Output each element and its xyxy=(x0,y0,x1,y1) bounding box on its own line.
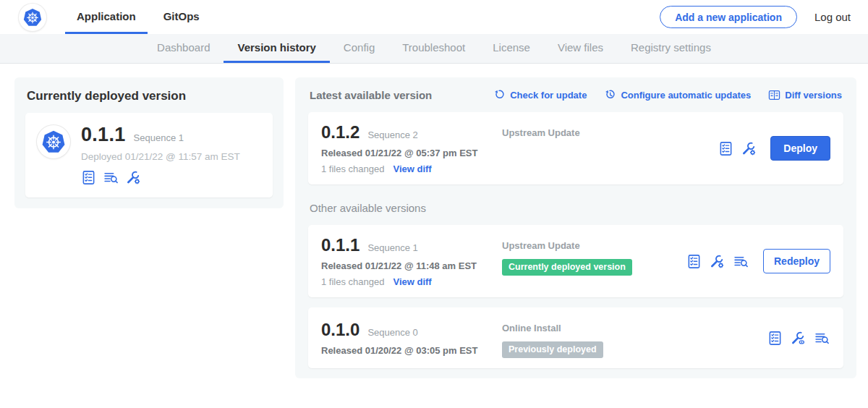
app-subnav: Dashboard Version history Config Trouble… xyxy=(0,34,868,64)
logout-link[interactable]: Log out xyxy=(814,11,851,23)
preflight-checklist-icon[interactable] xyxy=(81,170,96,185)
version-source: Upstream Update Currently deployed versi… xyxy=(502,235,686,287)
version-row-latest: 0.1.2 Sequence 2 Released 01/21/22 @ 05:… xyxy=(308,112,843,184)
check-for-update-link[interactable]: Check for update xyxy=(493,89,587,101)
preflight-checklist-icon[interactable] xyxy=(718,141,733,156)
deployed-version-card: 0.1.1 Sequence 1 Deployed 01/21/22 @ 11:… xyxy=(25,113,273,197)
deployed-sequence-label: Sequence 1 xyxy=(134,132,184,143)
kubernetes-app-icon xyxy=(37,125,70,158)
app-tabs: Application GitOps xyxy=(65,0,216,34)
check-for-update-label: Check for update xyxy=(510,90,587,101)
version-row-actions: Redeploy xyxy=(686,249,830,273)
version-number: 0.1.0 xyxy=(321,320,359,340)
files-changed-label: 1 files changed xyxy=(321,276,384,287)
version-row-0.1.1: 0.1.1 Sequence 1 Released 01/21/22 @ 11:… xyxy=(308,225,843,297)
deploy-button[interactable]: Deploy xyxy=(770,136,830,161)
version-row-0.1.0: 0.1.0 Sequence 0 Released 01/20/22 @ 03:… xyxy=(308,307,843,368)
configure-automatic-updates-label: Configure automatic updates xyxy=(621,90,751,101)
deployed-version-number: 0.1.1 xyxy=(81,124,126,146)
kots-admin-console: Application GitOps Add a new application… xyxy=(0,0,868,378)
deployed-actions xyxy=(81,170,240,185)
tab-dashboard-label: Dashboard xyxy=(157,41,210,54)
version-info: 0.1.2 Sequence 2 Released 01/21/22 @ 05:… xyxy=(321,122,502,174)
tab-version-history-label: Version history xyxy=(237,41,315,54)
sequence-label: Sequence 2 xyxy=(367,129,417,140)
versions-panel-header: Latest available version Check for updat… xyxy=(310,89,842,101)
source-label: Upstream Update xyxy=(502,127,718,138)
tab-config-label: Config xyxy=(344,41,375,54)
config-view-icon[interactable] xyxy=(791,331,806,346)
version-source: Upstream Update xyxy=(502,122,718,174)
released-timestamp: Released 01/21/22 @ 05:37 pm EST xyxy=(321,148,502,158)
view-diff-link[interactable]: View diff xyxy=(393,276,431,287)
deploy-logs-icon[interactable] xyxy=(733,254,749,269)
preflight-checklist-icon[interactable] xyxy=(686,254,702,269)
deploy-logs-icon[interactable] xyxy=(103,170,119,185)
released-timestamp: Released 01/21/22 @ 11:48 am EST xyxy=(321,260,502,271)
deployed-version-info: 0.1.1 Sequence 1 Deployed 01/21/22 @ 11:… xyxy=(81,124,240,185)
source-label: Upstream Update xyxy=(502,240,686,251)
scheduled-update-icon xyxy=(604,89,616,101)
tab-application-label: Application xyxy=(77,10,136,22)
currently-deployed-panel: Currently deployed version 0.1.1 Sequenc… xyxy=(14,77,284,208)
preflight-checklist-icon[interactable] xyxy=(767,331,783,346)
tab-license[interactable]: License xyxy=(479,34,544,63)
main-content: Currently deployed version 0.1.1 Sequenc… xyxy=(0,64,868,378)
diff-versions-link[interactable]: Diff versions xyxy=(768,89,842,101)
deployed-panel-title: Currently deployed version xyxy=(27,89,273,103)
tab-license-label: License xyxy=(493,41,530,54)
tab-registry-settings-label: Registry settings xyxy=(631,41,711,54)
currently-deployed-badge: Currently deployed version xyxy=(502,259,632,276)
latest-available-title: Latest available version xyxy=(310,89,432,101)
tab-gitops[interactable]: GitOps xyxy=(152,0,211,34)
files-changed-label: 1 files changed xyxy=(321,163,384,174)
version-row-actions: Deploy xyxy=(718,136,830,161)
tab-gitops-label: GitOps xyxy=(163,10,200,22)
diff-icon xyxy=(768,89,780,101)
redeploy-button[interactable]: Redeploy xyxy=(763,249,830,273)
diff-versions-label: Diff versions xyxy=(785,90,842,101)
tab-view-files[interactable]: View files xyxy=(544,34,617,63)
view-diff-link[interactable]: View diff xyxy=(393,163,431,174)
released-timestamp: Released 01/20/22 @ 03:05 pm EST xyxy=(321,345,502,356)
version-row-actions xyxy=(767,331,830,346)
tab-view-files-label: View files xyxy=(558,41,603,54)
sequence-label: Sequence 1 xyxy=(367,242,417,253)
sequence-label: Sequence 0 xyxy=(367,327,417,338)
tab-application[interactable]: Application xyxy=(65,0,148,34)
config-wrench-icon[interactable] xyxy=(126,170,141,185)
refresh-icon xyxy=(493,89,506,101)
config-wrench-icon[interactable] xyxy=(710,254,725,269)
app-header: Application GitOps Add a new application… xyxy=(0,0,868,34)
tab-troubleshoot[interactable]: Troubleshoot xyxy=(388,34,479,63)
config-wrench-icon[interactable] xyxy=(741,141,757,156)
version-source: Online Install Previously deployed xyxy=(502,318,767,358)
previously-deployed-badge: Previously deployed xyxy=(502,341,603,358)
tab-dashboard[interactable]: Dashboard xyxy=(143,34,224,63)
tab-version-history[interactable]: Version history xyxy=(224,34,329,63)
source-label: Online Install xyxy=(502,323,767,333)
deployed-timestamp: Deployed 01/21/22 @ 11:57 am EST xyxy=(81,151,240,162)
version-number: 0.1.2 xyxy=(321,122,359,143)
version-info: 0.1.0 Sequence 0 Released 01/20/22 @ 03:… xyxy=(321,320,502,356)
header-right: Add a new application Log out xyxy=(660,0,851,34)
deploy-logs-icon[interactable] xyxy=(814,331,830,346)
tab-registry-settings[interactable]: Registry settings xyxy=(617,34,725,63)
configure-automatic-updates-link[interactable]: Configure automatic updates xyxy=(604,89,751,101)
version-history-panel: Latest available version Check for updat… xyxy=(295,77,856,378)
version-number: 0.1.1 xyxy=(321,235,359,255)
kubernetes-logo-icon xyxy=(19,4,46,31)
version-actions: Check for update Configure automatic upd… xyxy=(493,89,842,101)
other-versions-title: Other available versions xyxy=(310,202,842,214)
tab-troubleshoot-label: Troubleshoot xyxy=(402,41,465,54)
tab-config[interactable]: Config xyxy=(330,34,388,63)
add-application-button[interactable]: Add a new application xyxy=(660,6,797,28)
version-info: 0.1.1 Sequence 1 Released 01/21/22 @ 11:… xyxy=(321,235,502,287)
